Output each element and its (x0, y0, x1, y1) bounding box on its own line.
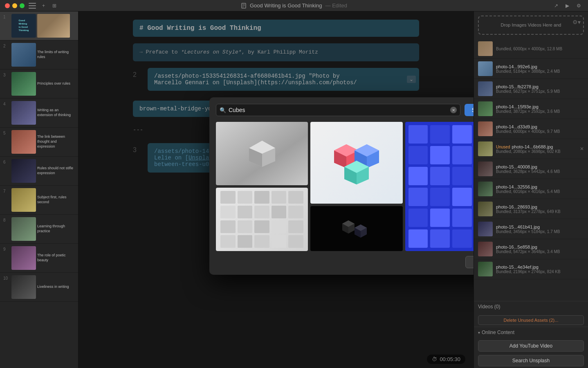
minimize-button[interactable] (12, 3, 17, 8)
asset-name: photo-16...5e858.jpg (496, 245, 584, 249)
photo-item[interactable] (310, 122, 402, 204)
slide-item[interactable]: 6 Rules should not stifle expression (0, 157, 78, 186)
search-input[interactable] (229, 104, 448, 116)
maximize-button[interactable] (20, 3, 25, 8)
photo-col-mid (310, 122, 402, 251)
present-button[interactable]: ▶ (563, 2, 571, 9)
drop-zone[interactable]: Drop Images Videos Here and ⚙▾ (478, 16, 584, 35)
asset-name: photo-15...fb2278.jpg (496, 84, 584, 89)
gear-icon[interactable]: ⚙▾ (572, 19, 581, 25)
editor-area[interactable]: # Good Writing is Good Thinking → Prefac… (79, 11, 474, 368)
settings-button[interactable]: ⚙ (575, 2, 583, 9)
asset-info: photo-15...40008.jpg Bundled, 3628px × 5… (496, 164, 584, 174)
slide-thumbnail: GoodWritingis GoodThinking (11, 14, 75, 38)
slide-thumbnail: Learning through practice (11, 217, 75, 241)
asset-meta: Bundled, 5184px × 3888px, 2.4 MB (496, 69, 584, 74)
delete-unused-button[interactable]: Delete Unused Assets (2)... (478, 315, 584, 325)
asset-info: photo-15...4e34ef.jpg Bundled, 2196px × … (496, 265, 584, 274)
asset-meta: Bundled, 5472px × 3648px, 3.4 MB (496, 249, 584, 254)
modal-overlay[interactable]: 🔍 ✕ Search (79, 11, 474, 368)
asset-meta: Bundled, 2196px × 2746px, 824 KB (496, 269, 584, 274)
slide-thumbnail: Writing as an extension of thinking (11, 101, 75, 125)
asset-item[interactable]: photo-14...992e6.jpg Bundled, 5184px × 3… (474, 59, 588, 79)
photo-col-right (405, 122, 474, 251)
collapse-icon[interactable]: ▾ (478, 330, 480, 335)
slide-item[interactable]: 1 GoodWritingis GoodThinking (0, 11, 78, 40)
slide-item[interactable]: 9 The role of poetic beauty (0, 244, 78, 273)
videos-section: Videos (0) (474, 301, 588, 314)
asset-item[interactable]: photo-16...5e858.jpg Bundled, 5472px × 3… (474, 239, 588, 259)
asset-item[interactable]: photo-15...fb2278.jpg Bundled, 5627px × … (474, 79, 588, 99)
slide-title: Liveliness in writing (37, 285, 75, 289)
videos-header: Videos (0) (478, 304, 584, 310)
slide-item[interactable]: 2 The limits of writing rules (0, 40, 78, 70)
asset-item[interactable]: photo-16...28693.jpg Bundled, 3137px × 2… (474, 199, 588, 219)
close-modal-button[interactable]: Close (465, 256, 474, 268)
slide-item[interactable]: 8 Learning through practice (0, 215, 78, 244)
asset-name: photo-14...32556.jpg (496, 184, 584, 189)
asset-info: Bundled, 6000px × 4000px, 12.8 MB (496, 47, 584, 51)
search-button[interactable]: Search (465, 104, 474, 116)
asset-list: Bundled, 6000px × 4000px, 12.8 MB photo-… (474, 39, 588, 301)
slide-title: Writing as an extension of thinking (37, 108, 75, 117)
asset-item[interactable]: photo-14...d33d9.jpg Bundled, 6000px × 4… (474, 119, 588, 139)
new-slide-button[interactable]: + (40, 2, 47, 9)
slide-item[interactable]: 3 Principles over rules (0, 70, 78, 99)
close-button[interactable] (5, 3, 10, 8)
document-status: — Edited (325, 2, 348, 9)
photo-item[interactable] (216, 188, 308, 251)
slide-item[interactable]: 7 Subject first, rules second (0, 186, 78, 215)
slide-number: 5 (3, 130, 9, 135)
sidebar-toggle[interactable] (29, 3, 36, 9)
photo-col-left (216, 122, 308, 251)
slide-number: 3 (3, 72, 9, 77)
asset-thumbnail (478, 182, 493, 196)
asset-item[interactable]: Unusedphoto-14...6b688.jpg Bundled, 2080… (474, 139, 588, 159)
asset-name: photo-16...28693.jpg (496, 204, 584, 209)
asset-item[interactable]: photo-15...4e34ef.jpg Bundled, 2196px × … (474, 259, 588, 279)
slide-title: The role of poetic beauty (37, 253, 75, 263)
asset-info: photo-16...5e858.jpg Bundled, 5472px × 3… (496, 245, 584, 254)
photo-item[interactable] (216, 122, 308, 185)
slide-number: 10 (3, 275, 9, 280)
asset-name: photo-15...461b41.jpg (496, 224, 584, 229)
slide-thumbnail: The role of poetic beauty (11, 246, 75, 270)
search-unsplash-button[interactable]: Search Unsplash (478, 355, 584, 366)
slide-number: 8 (3, 217, 9, 222)
slide-item[interactable]: 4 Writing as an extension of thinking (0, 99, 78, 128)
asset-info: photo-15...461b41.jpg Bundled, 3456px × … (496, 224, 584, 234)
clear-search-button[interactable]: ✕ (450, 107, 457, 113)
titlebar-actions: ↗ ▶ ⚙ (552, 2, 583, 9)
slide-item[interactable]: 10 Liveliness in writing (0, 273, 78, 302)
slide-thumbnail: The link between thought and expression (11, 130, 75, 154)
photo-item[interactable] (405, 122, 474, 251)
unused-badge: Unused (496, 145, 510, 149)
asset-name: photo-15...40008.jpg (496, 164, 584, 169)
delete-asset-button[interactable]: ✕ (580, 146, 584, 152)
asset-thumbnail (478, 141, 493, 156)
slide-item[interactable]: 5 The link between thought and expressio… (0, 128, 78, 157)
asset-item[interactable]: photo-15...461b41.jpg Bundled, 3456px × … (474, 219, 588, 239)
slide-number: 9 (3, 246, 9, 251)
slide-title: Subject first, rules second (37, 195, 75, 204)
traffic-lights (5, 3, 25, 8)
photo-item[interactable] (310, 206, 402, 251)
asset-thumbnail (478, 61, 493, 76)
asset-thumbnail (478, 81, 493, 96)
online-content-section: ▾ Online Content (474, 327, 588, 339)
asset-item[interactable]: Bundled, 6000px × 4000px, 12.8 MB (474, 39, 588, 59)
asset-item[interactable]: photo-15...40008.jpg Bundled, 3628px × 5… (474, 159, 588, 179)
asset-item[interactable]: photo-14...32556.jpg Bundled, 6016px × 4… (474, 179, 588, 199)
share-button[interactable]: ↗ (552, 2, 560, 9)
slide-title: The link between thought and expression (37, 135, 75, 149)
asset-thumbnail (478, 101, 493, 116)
add-youtube-button[interactable]: Add YouTube Video (478, 340, 584, 352)
modal-search-row: 🔍 ✕ Search (216, 104, 474, 116)
asset-meta: Bundled, 6016px × 4016px, 5.4 MB (496, 189, 584, 194)
slide-number: 1 (3, 14, 9, 19)
document-title: Good Writing is Good Thinking (250, 2, 322, 9)
asset-item[interactable]: photo-14...15f93e.jpg Bundled, 3872px × … (474, 99, 588, 119)
slide-title: Rules should not stifle expression (37, 166, 75, 175)
asset-name: photo-14...992e6.jpg (496, 64, 584, 69)
view-toggle-button[interactable]: ⊞ (50, 2, 58, 9)
